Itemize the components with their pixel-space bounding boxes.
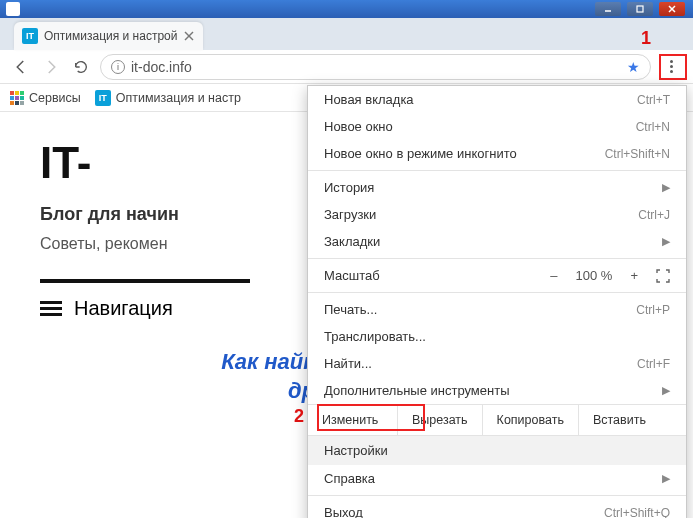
menu-label: Новая вкладка xyxy=(324,92,414,107)
zoom-value: 100 % xyxy=(576,268,613,283)
menu-cast[interactable]: Транслировать... xyxy=(308,323,686,350)
menu-new-window[interactable]: Новое окноCtrl+N xyxy=(308,113,686,140)
shortcut: Ctrl+P xyxy=(636,303,670,317)
menu-label: Дополнительные инструменты xyxy=(324,383,510,398)
menu-label: Новое окно в режиме инкогнито xyxy=(324,146,517,161)
menu-history[interactable]: История▶ xyxy=(308,174,686,201)
menu-edit-row: Изменить Вырезать Копировать Вставить xyxy=(308,404,686,436)
svg-rect-1 xyxy=(637,6,643,12)
shortcut: Ctrl+Shift+Q xyxy=(604,506,670,519)
menu-find[interactable]: Найти...Ctrl+F xyxy=(308,350,686,377)
window-app-icon xyxy=(6,2,20,16)
edit-label: Изменить xyxy=(308,405,398,435)
site-info-icon[interactable]: i xyxy=(111,60,125,74)
menu-incognito[interactable]: Новое окно в режиме инкогнитоCtrl+Shift+… xyxy=(308,140,686,167)
menu-cut[interactable]: Вырезать xyxy=(398,405,483,435)
toolbar: i it-doc.info ★ xyxy=(0,50,693,84)
fullscreen-icon[interactable] xyxy=(656,269,670,283)
menu-exit[interactable]: ВыходCtrl+Shift+Q xyxy=(308,499,686,518)
bookmark-favicon: IT xyxy=(95,90,111,106)
back-button[interactable] xyxy=(10,56,32,78)
shortcut: Ctrl+F xyxy=(637,357,670,371)
menu-label: Закладки xyxy=(324,234,380,249)
divider xyxy=(40,279,250,283)
menu-print[interactable]: Печать...Ctrl+P xyxy=(308,296,686,323)
menu-copy[interactable]: Копировать xyxy=(483,405,579,435)
forward-button[interactable] xyxy=(40,56,62,78)
chevron-right-icon: ▶ xyxy=(662,235,670,248)
chevron-right-icon: ▶ xyxy=(662,384,670,397)
menu-zoom-row: Масштаб – 100 % + xyxy=(308,262,686,289)
chrome-menu-button[interactable] xyxy=(659,55,683,79)
shortcut: Ctrl+N xyxy=(636,120,670,134)
window-close-button[interactable] xyxy=(659,2,685,16)
menu-label: Найти... xyxy=(324,356,372,371)
apps-label: Сервисы xyxy=(29,91,81,105)
address-bar[interactable]: i it-doc.info ★ xyxy=(100,54,651,80)
tab-strip: IT Оптимизация и настрой xyxy=(0,18,693,50)
menu-label: Справка xyxy=(324,471,375,486)
apps-icon xyxy=(10,91,24,105)
tab-favicon: IT xyxy=(22,28,38,44)
menu-separator xyxy=(308,495,686,496)
shortcut: Ctrl+Shift+N xyxy=(605,147,670,161)
window-title-bar xyxy=(0,0,693,18)
window-maximize-button[interactable] xyxy=(627,2,653,16)
annotation-number-1: 1 xyxy=(641,28,651,49)
shortcut: Ctrl+T xyxy=(637,93,670,107)
menu-label: Настройки xyxy=(324,443,388,458)
menu-label: Печать... xyxy=(324,302,377,317)
browser-tab[interactable]: IT Оптимизация и настрой xyxy=(14,22,203,50)
chevron-right-icon: ▶ xyxy=(662,181,670,194)
tab-title: Оптимизация и настрой xyxy=(44,29,177,43)
menu-label: Новое окно xyxy=(324,119,393,134)
tab-close-icon[interactable] xyxy=(183,30,195,42)
shortcut: Ctrl+J xyxy=(638,208,670,222)
menu-downloads[interactable]: ЗагрузкиCtrl+J xyxy=(308,201,686,228)
menu-paste[interactable]: Вставить xyxy=(579,405,660,435)
chrome-menu: Новая вкладкаCtrl+T Новое окноCtrl+N Нов… xyxy=(307,85,687,518)
menu-settings[interactable]: Настройки xyxy=(308,436,686,465)
menu-label: История xyxy=(324,180,374,195)
menu-bookmarks[interactable]: Закладки▶ xyxy=(308,228,686,255)
menu-separator xyxy=(308,170,686,171)
apps-shortcut[interactable]: Сервисы xyxy=(10,91,81,105)
menu-new-tab[interactable]: Новая вкладкаCtrl+T xyxy=(308,86,686,113)
chevron-right-icon: ▶ xyxy=(662,472,670,485)
menu-separator xyxy=(308,258,686,259)
window-minimize-button[interactable] xyxy=(595,2,621,16)
reload-button[interactable] xyxy=(70,56,92,78)
menu-separator xyxy=(308,292,686,293)
menu-label: Выход xyxy=(324,505,363,518)
zoom-label: Масштаб xyxy=(324,268,380,283)
annotation-number-2: 2 xyxy=(294,406,304,427)
zoom-in-button[interactable]: + xyxy=(630,268,638,283)
bookmark-item[interactable]: IT Оптимизация и настр xyxy=(95,90,241,106)
menu-help[interactable]: Справка▶ xyxy=(308,465,686,492)
menu-label: Транслировать... xyxy=(324,329,426,344)
url-text: it-doc.info xyxy=(131,59,192,75)
zoom-out-button[interactable]: – xyxy=(550,268,557,283)
menu-more-tools[interactable]: Дополнительные инструменты▶ xyxy=(308,377,686,404)
bookmark-label: Оптимизация и настр xyxy=(116,91,241,105)
menu-label: Загрузки xyxy=(324,207,376,222)
bookmark-star-icon[interactable]: ★ xyxy=(627,59,640,75)
hamburger-icon xyxy=(40,301,62,316)
nav-label: Навигация xyxy=(74,297,173,320)
